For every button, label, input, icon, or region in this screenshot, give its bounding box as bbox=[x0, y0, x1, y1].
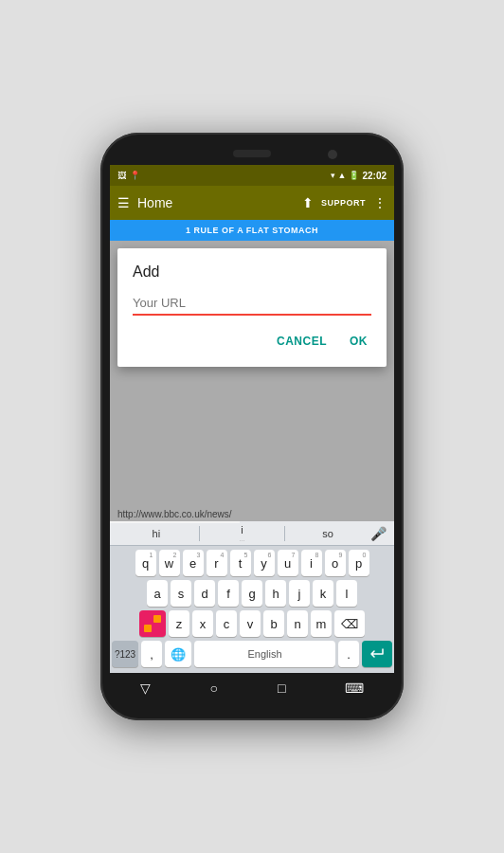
key-e[interactable]: 3e bbox=[183, 550, 204, 576]
phone-top bbox=[110, 150, 394, 157]
key-q[interactable]: 1q bbox=[135, 550, 156, 576]
speaker bbox=[233, 150, 271, 157]
camera bbox=[328, 150, 337, 159]
svg-rect-2 bbox=[144, 625, 152, 632]
key-k[interactable]: k bbox=[313, 580, 333, 607]
url-input-container bbox=[133, 292, 371, 316]
share-icon[interactable]: ⬆ bbox=[302, 195, 314, 210]
status-left-icons: 🖼 📍 bbox=[117, 171, 140, 180]
svg-rect-1 bbox=[153, 615, 161, 623]
key-g[interactable]: g bbox=[242, 580, 262, 607]
phone-screen: 🖼 📍 ▾ ▲ 🔋 22:02 ☰ Home ⬆ SUPPORT ⋮ 1 RUL… bbox=[110, 165, 394, 703]
key-f[interactable]: f bbox=[218, 580, 239, 607]
phone-device: 🖼 📍 ▾ ▲ 🔋 22:02 ☰ Home ⬆ SUPPORT ⋮ 1 RUL… bbox=[100, 133, 404, 720]
ad-banner: 1 RULE OF A FLAT STOMACH bbox=[110, 220, 394, 241]
keyboard-rows: 1q 2w 3e 4r 5t 6y 7u 8i 9o 0p a s d f bbox=[110, 546, 394, 673]
key-c[interactable]: c bbox=[216, 610, 237, 637]
key-row-bottom: ?123 , 🌐 English . bbox=[112, 641, 392, 671]
key-row-2: a s d f g h j k l bbox=[112, 580, 392, 607]
keyboard[interactable]: hi i ... so 🎤 1q 2w 3e 4r 5t 6y 7u bbox=[110, 521, 394, 673]
key-n[interactable]: n bbox=[287, 610, 308, 637]
key-s[interactable]: s bbox=[171, 580, 191, 607]
svg-rect-3 bbox=[153, 625, 161, 632]
key-w[interactable]: 2w bbox=[159, 550, 180, 576]
app-bar: ☰ Home ⬆ SUPPORT ⋮ bbox=[110, 186, 394, 220]
key-r[interactable]: 4r bbox=[207, 550, 227, 576]
mic-icon[interactable]: 🎤 bbox=[370, 526, 390, 541]
key-z[interactable]: z bbox=[169, 610, 189, 637]
image-status-icon: 🖼 bbox=[117, 171, 126, 180]
key-i[interactable]: 8i bbox=[301, 550, 322, 576]
dialog-actions: CANCEL OK bbox=[133, 331, 371, 352]
suggestion-so[interactable]: so bbox=[285, 528, 370, 539]
suggestions-bar: hi i ... so 🎤 bbox=[110, 521, 394, 546]
key-m[interactable]: m bbox=[311, 610, 332, 637]
ad-text: 1 RULE OF A FLAT STOMACH bbox=[186, 226, 318, 235]
key-x[interactable]: x bbox=[192, 610, 213, 637]
key-p[interactable]: 0p bbox=[349, 550, 369, 576]
key-j[interactable]: j bbox=[289, 580, 310, 607]
dialog-overlay: Add CANCEL OK bbox=[110, 241, 394, 521]
content-area: Add CANCEL OK http://www.bbc.co.uk/news/ bbox=[110, 241, 394, 521]
suggestion-i[interactable]: i ... bbox=[200, 524, 285, 542]
key-t[interactable]: 5t bbox=[230, 550, 251, 576]
more-icon[interactable]: ⋮ bbox=[373, 195, 387, 210]
key-y[interactable]: 6y bbox=[254, 550, 275, 576]
key-o[interactable]: 9o bbox=[325, 550, 346, 576]
key-h[interactable]: h bbox=[265, 580, 286, 607]
emoji-key[interactable] bbox=[139, 610, 166, 637]
battery-icon: 🔋 bbox=[349, 171, 359, 180]
period-key[interactable]: . bbox=[338, 641, 359, 667]
add-url-dialog: Add CANCEL OK bbox=[117, 248, 387, 367]
keyboard-nav-icon[interactable]: ⌨ bbox=[345, 681, 364, 696]
suggestion-hi[interactable]: hi bbox=[114, 528, 199, 539]
dialog-title: Add bbox=[133, 263, 371, 281]
pin-status-icon: 📍 bbox=[130, 171, 140, 180]
num-key[interactable]: ?123 bbox=[112, 641, 138, 667]
key-d[interactable]: d bbox=[194, 580, 215, 607]
back-nav-icon[interactable]: ▽ bbox=[140, 681, 151, 696]
key-u[interactable]: 7u bbox=[278, 550, 298, 576]
status-time: 22:02 bbox=[362, 171, 387, 181]
comma-key[interactable]: , bbox=[141, 641, 162, 667]
app-title: Home bbox=[137, 195, 295, 210]
menu-icon[interactable]: ☰ bbox=[117, 195, 130, 210]
key-v[interactable]: v bbox=[240, 610, 261, 637]
key-row-1: 1q 2w 3e 4r 5t 6y 7u 8i 9o 0p bbox=[112, 550, 392, 576]
enter-key[interactable] bbox=[362, 641, 392, 667]
url-input[interactable] bbox=[133, 292, 371, 314]
status-bar: 🖼 📍 ▾ ▲ 🔋 22:02 bbox=[110, 165, 394, 186]
signal-icon: ▲ bbox=[338, 171, 347, 180]
support-button[interactable]: SUPPORT bbox=[321, 198, 366, 208]
key-row-3: z x c v b n m ⌫ bbox=[112, 610, 392, 637]
nav-bar: ▽ ○ □ ⌨ bbox=[110, 673, 394, 703]
recents-nav-icon[interactable]: □ bbox=[278, 681, 285, 696]
key-a[interactable]: a bbox=[147, 580, 168, 607]
svg-rect-0 bbox=[144, 615, 152, 623]
delete-key[interactable]: ⌫ bbox=[334, 610, 365, 637]
ok-button[interactable]: OK bbox=[346, 331, 371, 352]
globe-key[interactable]: 🌐 bbox=[165, 641, 191, 667]
cancel-button[interactable]: CANCEL bbox=[273, 331, 331, 352]
home-nav-icon[interactable]: ○ bbox=[210, 681, 218, 696]
key-l[interactable]: l bbox=[336, 580, 357, 607]
key-b[interactable]: b bbox=[263, 610, 284, 637]
space-key[interactable]: English bbox=[194, 641, 335, 667]
wifi-icon: ▾ bbox=[331, 171, 335, 180]
status-right-icons: ▾ ▲ 🔋 22:02 bbox=[331, 171, 387, 181]
